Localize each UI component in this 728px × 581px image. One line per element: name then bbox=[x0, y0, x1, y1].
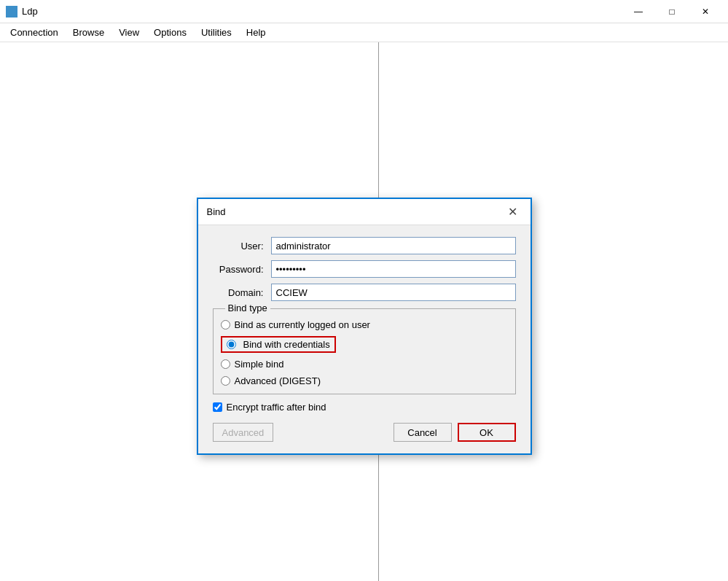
user-label: User: bbox=[213, 241, 271, 251]
user-input[interactable] bbox=[271, 237, 516, 254]
user-row: User: bbox=[213, 237, 516, 254]
encrypt-label[interactable]: Encrypt traffic after bind bbox=[227, 402, 326, 413]
dialog-buttons: Advanced Cancel OK bbox=[213, 423, 516, 445]
app-icon bbox=[6, 6, 17, 17]
domain-row: Domain: bbox=[213, 284, 516, 301]
menu-options[interactable]: Options bbox=[146, 26, 194, 39]
window-title: Ldp bbox=[22, 6, 38, 17]
menu-connection[interactable]: Connection bbox=[3, 26, 66, 39]
radio-row-2: Bind with credentials bbox=[221, 336, 508, 353]
bind-dialog: Bind ✕ User: Password: Domain: bbox=[197, 198, 532, 455]
menu-help[interactable]: Help bbox=[239, 26, 273, 39]
window-controls: — □ ✕ bbox=[622, 0, 722, 23]
dialog-close-button[interactable]: ✕ bbox=[504, 203, 522, 221]
window-close-button[interactable]: ✕ bbox=[689, 0, 722, 23]
radio-row-3: Simple bind bbox=[221, 359, 508, 370]
radio-row-4: Advanced (DIGEST) bbox=[221, 375, 508, 386]
menu-bar: Connection Browse View Options Utilities… bbox=[0, 23, 728, 42]
minimize-button[interactable]: — bbox=[622, 0, 655, 23]
domain-input[interactable] bbox=[271, 284, 516, 301]
radio-simple-bind[interactable] bbox=[221, 359, 230, 369]
ok-button[interactable]: OK bbox=[458, 423, 516, 442]
password-label: Password: bbox=[213, 264, 271, 275]
radio-bind-credentials[interactable] bbox=[227, 340, 236, 349]
dialog-body: User: Password: Domain: Bind type bbox=[198, 225, 531, 453]
advanced-button[interactable]: Advanced bbox=[213, 423, 274, 442]
title-bar: Ldp — □ ✕ bbox=[0, 0, 728, 23]
radio-selected-highlight: Bind with credentials bbox=[221, 336, 336, 353]
radio-bind-logged-on[interactable] bbox=[221, 320, 230, 330]
radio-label-credentials[interactable]: Bind with credentials bbox=[243, 339, 330, 350]
main-content: Bind ✕ User: Password: Domain: bbox=[0, 42, 728, 581]
bind-type-group: Bind type Bind as currently logged on us… bbox=[213, 308, 516, 394]
encrypt-row: Encrypt traffic after bind bbox=[213, 402, 516, 413]
radio-row-1: Bind as currently logged on user bbox=[221, 319, 508, 330]
domain-label: Domain: bbox=[213, 287, 271, 298]
radio-advanced-digest[interactable] bbox=[221, 376, 230, 386]
maximize-button[interactable]: □ bbox=[655, 0, 689, 23]
password-row: Password: bbox=[213, 260, 516, 278]
menu-utilities[interactable]: Utilities bbox=[194, 26, 239, 39]
dialog-title: Bind bbox=[207, 206, 226, 217]
radio-label-logged-on[interactable]: Bind as currently logged on user bbox=[235, 319, 370, 330]
menu-view[interactable]: View bbox=[111, 26, 146, 39]
dialog-title-bar: Bind ✕ bbox=[198, 199, 531, 225]
encrypt-checkbox[interactable] bbox=[213, 402, 222, 412]
password-input[interactable] bbox=[271, 260, 516, 278]
cancel-button[interactable]: Cancel bbox=[394, 423, 452, 442]
radio-label-advanced-digest[interactable]: Advanced (DIGEST) bbox=[235, 375, 321, 386]
menu-browse[interactable]: Browse bbox=[66, 26, 111, 39]
radio-label-simple[interactable]: Simple bind bbox=[235, 359, 284, 370]
bind-type-legend: Bind type bbox=[225, 303, 270, 313]
